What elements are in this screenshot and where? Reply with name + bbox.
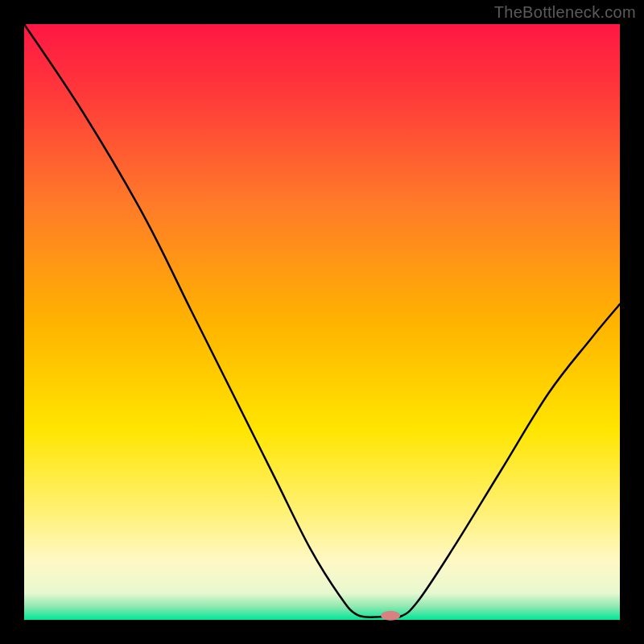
plot-background	[24, 24, 620, 620]
bottleneck-chart: TheBottleneck.com	[0, 0, 644, 644]
chart-svg	[0, 0, 644, 644]
optimal-marker	[381, 611, 400, 621]
watermark-text: TheBottleneck.com	[494, 3, 636, 22]
